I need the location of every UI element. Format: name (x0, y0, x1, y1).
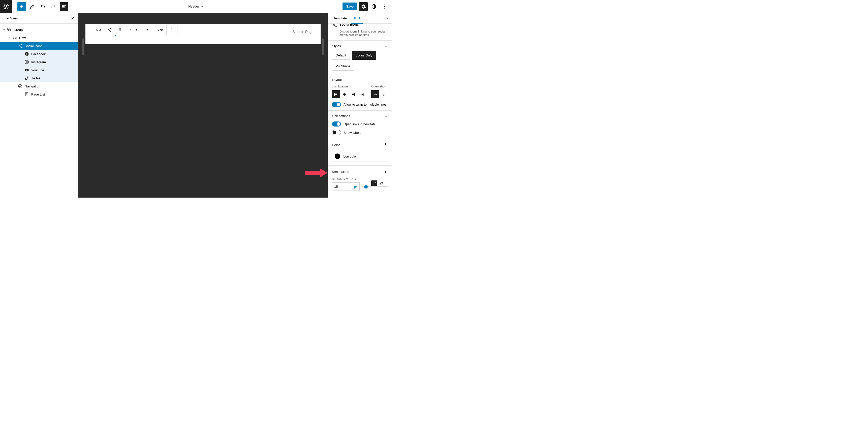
svg-point-60 (385, 173, 386, 173)
undo-button[interactable] (38, 2, 47, 11)
close-list-view-button[interactable]: ✕ (71, 15, 74, 21)
justify-center-button[interactable] (341, 90, 348, 98)
svg-point-56 (385, 145, 386, 145)
close-settings-button[interactable]: ✕ (386, 17, 389, 20)
tree-label: Navigation (25, 85, 75, 88)
spacing-unit[interactable]: px (354, 185, 358, 188)
svg-point-1 (384, 4, 385, 5)
chevron-down-icon (7, 36, 12, 39)
svg-rect-52 (363, 93, 364, 96)
styles-header[interactable]: Styles (332, 44, 388, 48)
size-button[interactable]: Size (153, 25, 166, 35)
document-title[interactable]: Header (188, 4, 204, 8)
tree-item-group[interactable]: Group (0, 26, 78, 34)
svg-rect-7 (15, 37, 17, 38)
styles-button[interactable] (370, 2, 378, 11)
navigation-icon (18, 84, 23, 89)
chevron-down-icon (1, 28, 6, 31)
block-floating-toolbar: Size (93, 24, 178, 35)
svg-point-13 (73, 47, 73, 48)
svg-point-26 (119, 29, 120, 29)
svg-point-17 (28, 61, 28, 61)
nav-link-sample-page[interactable]: Sample Page (292, 30, 313, 34)
style-pill-shape[interactable]: Pill Shape (332, 62, 354, 70)
svg-rect-48 (343, 94, 346, 95)
svg-point-43 (333, 25, 334, 26)
scrollbar[interactable] (322, 38, 323, 56)
link-settings-header[interactable]: Link settings (332, 114, 388, 118)
color-section: Color Icon color (328, 138, 392, 165)
style-logos-only[interactable]: Logos Only (352, 51, 376, 60)
svg-point-31 (120, 31, 121, 31)
tree-label: Instagram (31, 60, 75, 64)
more-options-button[interactable] (380, 2, 389, 11)
add-block-button[interactable] (18, 2, 26, 11)
svg-rect-53 (361, 94, 362, 94)
tree-item-page-list[interactable]: Page List (0, 90, 78, 98)
tree-item-instagram[interactable]: Instagram (0, 58, 78, 66)
show-labels-toggle[interactable] (332, 130, 341, 135)
tree-item-tiktok[interactable]: TikTok (0, 74, 78, 82)
justification-label: Justification (332, 85, 366, 88)
settings-icon-button[interactable] (371, 181, 377, 187)
block-type-button[interactable] (104, 25, 115, 35)
layout-header[interactable]: Layout (332, 78, 388, 82)
block-more-options[interactable] (166, 25, 177, 35)
link-icon-button[interactable] (378, 181, 384, 187)
tree-label: Group (13, 28, 75, 32)
justify-right-button[interactable] (349, 90, 357, 98)
tree-item-facebook[interactable]: Facebook (0, 50, 78, 58)
list-view-toggle-button[interactable] (60, 2, 68, 11)
settings-button[interactable] (359, 2, 368, 11)
block-description: Display icons linking to your social med… (332, 30, 388, 37)
tree-item-row[interactable]: Row (0, 34, 78, 42)
svg-point-28 (119, 30, 120, 30)
dimensions-header[interactable]: Dimensions (332, 169, 388, 175)
redo-button[interactable] (49, 2, 58, 11)
justify-button[interactable] (142, 25, 153, 35)
tree-label: Social Icons (25, 44, 70, 48)
tree-item-social-icons[interactable]: Social Icons (0, 42, 78, 50)
svg-point-16 (26, 61, 28, 63)
svg-point-59 (385, 171, 386, 171)
block-spacing-input[interactable]: 15 px (332, 183, 360, 191)
justify-left-button[interactable] (332, 90, 340, 98)
svg-point-10 (21, 46, 22, 48)
svg-rect-32 (146, 28, 146, 31)
orientation-label: Orientation (371, 85, 388, 88)
svg-point-57 (385, 146, 386, 146)
wrap-toggle[interactable] (332, 102, 341, 107)
tree-item-navigation[interactable]: Navigation (0, 82, 78, 90)
justify-space-between-button[interactable] (358, 90, 366, 98)
parent-block-button[interactable] (93, 25, 104, 35)
tab-template[interactable]: Template (332, 13, 349, 24)
svg-rect-22 (99, 29, 100, 31)
move-left-button[interactable] (125, 25, 136, 35)
block-tree: Group Row Social Icons Facebook Instagra… (0, 24, 78, 100)
list-view-title: List View (3, 17, 18, 20)
color-options-button[interactable] (383, 143, 388, 148)
orientation-vertical-button[interactable] (380, 90, 388, 98)
edit-tool-button[interactable] (28, 2, 36, 11)
svg-point-8 (21, 44, 22, 45)
tree-item-options[interactable] (70, 43, 75, 48)
block-spacing-slider[interactable] (362, 186, 388, 187)
svg-point-55 (385, 143, 386, 144)
drag-handle[interactable] (115, 25, 125, 35)
open-new-tab-toggle[interactable] (332, 122, 341, 126)
svg-rect-46 (335, 94, 337, 95)
dimensions-options-button[interactable] (383, 169, 388, 175)
scrollbar[interactable] (83, 38, 84, 56)
toolbar-right: Save (342, 2, 392, 11)
editor-canvas: Size + Sample Page (79, 13, 328, 197)
style-default[interactable]: Default (332, 51, 350, 60)
block-title: Social Icons (340, 24, 359, 27)
tab-block[interactable]: Block (351, 13, 363, 24)
orientation-horizontal-button[interactable] (371, 90, 379, 98)
list-view-header: List View ✕ (0, 13, 78, 24)
tree-item-youtube[interactable]: YouTube (0, 66, 78, 74)
save-button[interactable]: Save (342, 2, 357, 10)
color-header[interactable]: Color (332, 143, 388, 148)
icon-color-control[interactable]: Icon color (332, 151, 388, 162)
wordpress-logo[interactable] (0, 0, 12, 13)
